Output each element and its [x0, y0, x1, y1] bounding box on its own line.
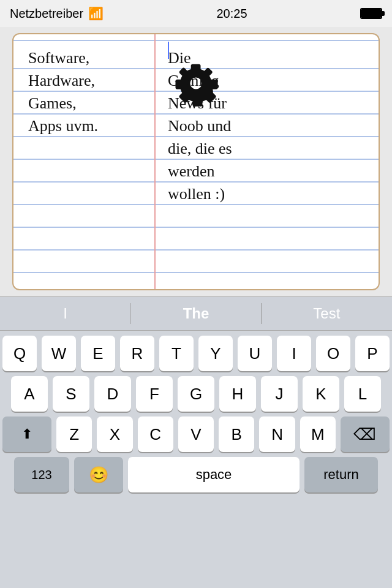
key-f[interactable]: F — [136, 376, 173, 412]
wifi-icon: 📶 — [88, 6, 104, 21]
notepad-left-text: Software,Hardware,Games,Apps uvm. — [13, 34, 154, 289]
key-c[interactable]: C — [138, 417, 173, 452]
autocomplete-item-0[interactable]: I — [0, 297, 130, 330]
space-key[interactable]: space — [128, 457, 300, 492]
status-bar: Netzbetreiber 📶 20:25 — [0, 0, 392, 27]
key-t[interactable]: T — [159, 336, 194, 371]
key-s[interactable]: S — [53, 376, 89, 412]
key-v[interactable]: V — [178, 417, 214, 452]
key-j[interactable]: J — [261, 376, 298, 412]
key-e[interactable]: E — [81, 336, 115, 371]
autocomplete-item-2[interactable]: Test — [262, 297, 392, 330]
notepad-wrapper: Software,Hardware,Games,Apps uvm. DieGam… — [0, 27, 392, 296]
key-x[interactable]: X — [97, 417, 132, 452]
battery-icon — [360, 8, 382, 19]
key-a[interactable]: A — [11, 376, 48, 412]
gear-container — [172, 59, 221, 110]
key-z[interactable]: Z — [56, 417, 92, 452]
key-i[interactable]: I — [277, 336, 311, 371]
key-n[interactable]: N — [259, 417, 295, 452]
keyboard-row-1: Q W E R T Y U I O P — [0, 336, 392, 371]
key-b[interactable]: B — [219, 417, 254, 452]
key-r[interactable]: R — [120, 336, 154, 371]
notepad-container[interactable]: Software,Hardware,Games,Apps uvm. DieGam… — [12, 33, 380, 290]
key-q[interactable]: Q — [2, 336, 37, 371]
emoji-key[interactable]: 😊 — [74, 457, 123, 492]
key-d[interactable]: D — [94, 376, 131, 412]
carrier-label: Netzbetreiber — [10, 7, 83, 21]
backspace-key[interactable]: ⌫ — [341, 417, 390, 452]
key-m[interactable]: M — [300, 417, 336, 452]
key-k[interactable]: K — [303, 376, 339, 412]
keyboard-row-3: ⬆ Z X C V B N M ⌫ — [0, 417, 392, 452]
backspace-icon: ⌫ — [353, 425, 376, 444]
autocomplete-item-1[interactable]: The — [130, 297, 261, 330]
return-key[interactable]: return — [304, 457, 378, 492]
keyboard-row-4: 123 😊 space return — [0, 457, 392, 492]
status-left: Netzbetreiber 📶 — [10, 6, 104, 21]
key-p[interactable]: P — [355, 336, 390, 371]
battery-fill — [361, 9, 381, 18]
autocomplete-bar: I The Test — [0, 296, 392, 331]
gear-icon — [172, 59, 221, 108]
key-u[interactable]: U — [238, 336, 272, 371]
num-key[interactable]: 123 — [14, 457, 69, 492]
key-l[interactable]: L — [344, 376, 381, 412]
keyboard: Q W E R T Y U I O P A S D F G H J K L ⬆ … — [0, 331, 392, 492]
key-o[interactable]: O — [316, 336, 350, 371]
key-h[interactable]: H — [219, 376, 256, 412]
time-label: 20:25 — [217, 7, 247, 21]
battery-container — [360, 8, 382, 19]
key-g[interactable]: G — [178, 376, 214, 412]
keyboard-row-2: A S D F G H J K L — [0, 376, 392, 412]
key-w[interactable]: W — [42, 336, 76, 371]
text-cursor — [168, 42, 169, 59]
shift-key[interactable]: ⬆ — [2, 417, 51, 452]
key-y[interactable]: Y — [198, 336, 233, 371]
